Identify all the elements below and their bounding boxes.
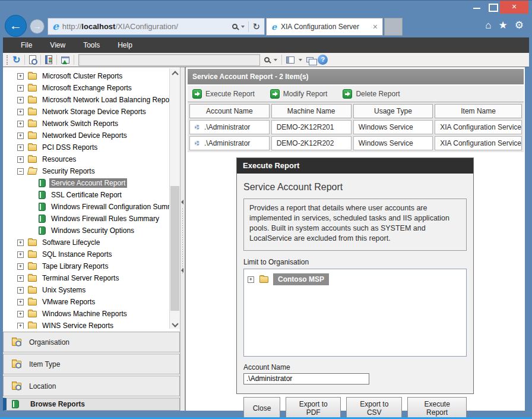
tree-item-network-switch-reports[interactable]: +Network Switch Reports	[3, 118, 169, 130]
table-row[interactable]: .\AdministratorDEMO-2K12R202Windows Serv…	[189, 136, 522, 150]
column-header-account-name[interactable]: Account Name	[189, 104, 270, 118]
org-tree-item-contoso-msp[interactable]: + Contoso MSP	[248, 273, 463, 285]
layout-panel-icon[interactable]	[286, 56, 294, 64]
notebook-icon[interactable]	[45, 55, 52, 64]
settings-gear-icon[interactable]: ⚙	[515, 20, 524, 31]
column-header-usage-type[interactable]: Usage Type	[353, 104, 433, 118]
help-icon[interactable]: ?	[318, 55, 328, 65]
toolbar-textbox[interactable]	[78, 54, 260, 66]
expand-icon[interactable]: +	[17, 133, 24, 139]
menu-file[interactable]: File	[12, 38, 41, 52]
refresh-data-icon[interactable]: ↻	[12, 55, 20, 65]
expand-icon[interactable]: +	[17, 299, 24, 305]
tree-scrollbar[interactable]	[169, 68, 180, 329]
search-options-caret-icon[interactable]	[274, 59, 277, 61]
expand-icon[interactable]: +	[17, 251, 24, 258]
search-page-icon[interactable]	[29, 55, 36, 64]
scroll-up-button[interactable]	[170, 68, 180, 79]
column-header-item-name[interactable]: Item Name	[435, 104, 522, 118]
expand-icon[interactable]: +	[17, 97, 24, 103]
tree-item-windows-firewall-rules-summary[interactable]: Windows Firewall Rules Summary	[3, 213, 169, 225]
sidebar: +Microsoft Cluster Reports+Microsoft Exc…	[3, 67, 180, 411]
url-text[interactable]: http://localhost/XIAConfiguration/	[62, 22, 229, 31]
menu-tools[interactable]: Tools	[74, 38, 109, 52]
expand-icon[interactable]: +	[17, 156, 24, 163]
accordion-browse-reports[interactable]: Browse Reports	[3, 398, 180, 411]
accordion-item-type[interactable]: Item Type	[3, 354, 180, 374]
tree-item-ssl-certificate-report[interactable]: SSL Certificate Report	[3, 189, 169, 201]
minimize-button[interactable]	[469, 1, 484, 14]
expand-icon[interactable]: +	[17, 73, 24, 80]
accordion-organisation[interactable]: Organisation	[3, 332, 180, 352]
scrollbar-thumb[interactable]	[170, 186, 179, 311]
expand-icon[interactable]: +	[17, 311, 24, 317]
address-bar[interactable]: e http://localhost/XIAConfiguration/ ↻	[48, 18, 265, 35]
export-window-icon[interactable]	[61, 56, 69, 64]
scroll-down-button[interactable]	[170, 318, 180, 329]
tree-item-windows-security-options[interactable]: Windows Security Options	[3, 225, 169, 237]
forward-button[interactable]: →	[30, 19, 45, 34]
tree-item-networked-device-reports[interactable]: +Networked Device Reports	[3, 130, 169, 141]
home-icon[interactable]: ⌂	[485, 20, 491, 31]
expand-icon[interactable]: +	[17, 109, 24, 115]
tree-item-windows-firewall-configuration-summary[interactable]: Windows Firewall Configuration Summary	[3, 201, 169, 213]
expand-icon[interactable]: +	[17, 144, 24, 151]
tree-item-microsoft-network-load-balancing-reports[interactable]: +Microsoft Network Load Balancing Report…	[3, 94, 169, 106]
expand-icon[interactable]: +	[17, 323, 24, 329]
folders-icon[interactable]	[306, 57, 314, 62]
menu-help[interactable]: Help	[109, 38, 141, 52]
tree-item-microsoft-cluster-reports[interactable]: +Microsoft Cluster Reports	[3, 70, 169, 82]
modify-report-button[interactable]: Modify Report	[270, 89, 328, 99]
search-dropdown-icon[interactable]	[241, 26, 245, 28]
export-to-csv-button[interactable]: Export to CSV	[346, 397, 402, 419]
refresh-icon[interactable]: ↻	[252, 22, 260, 31]
expand-icon[interactable]: +	[17, 240, 24, 246]
expand-icon[interactable]: +	[17, 287, 24, 294]
tree-item-windows-machine-reports[interactable]: +Windows Machine Reports	[3, 308, 169, 320]
expand-icon[interactable]: +	[17, 85, 24, 92]
accordion-location[interactable]: Location	[3, 376, 180, 396]
tree-item-vmware-reports[interactable]: +VMware Reports	[3, 296, 169, 308]
menu-view[interactable]: View	[41, 38, 74, 52]
tree-item-network-storage-device-reports[interactable]: +Network Storage Device Reports	[3, 106, 169, 118]
tab-close-icon[interactable]: ×	[373, 23, 378, 31]
execute-report-button[interactable]: Execute Report	[192, 89, 255, 99]
export-to-pdf-button[interactable]: Export to PDF	[286, 397, 341, 419]
new-tab-button[interactable]	[384, 18, 403, 36]
maximize-button[interactable]	[484, 1, 500, 14]
tree-item-service-account-report[interactable]: Service Account Report	[3, 177, 169, 189]
delete-report-button[interactable]: Delete Report	[343, 89, 400, 99]
collapse-icon[interactable]: −	[17, 168, 24, 175]
tree-item-unix-systems[interactable]: +Unix Systems	[3, 284, 169, 296]
collapse-arrow-icon[interactable]	[181, 268, 183, 273]
account-name-input[interactable]	[243, 373, 369, 385]
folder-icon	[28, 299, 37, 305]
close-button[interactable]: Close	[243, 397, 280, 419]
collapse-arrow-icon[interactable]	[181, 200, 183, 204]
column-header-machine-name[interactable]: Machine Name	[271, 104, 352, 118]
back-button[interactable]: ←	[5, 15, 27, 37]
panel-options-caret-icon[interactable]	[299, 59, 302, 61]
expand-icon[interactable]: +	[17, 121, 24, 127]
execute-report-button[interactable]: Execute Report	[407, 397, 467, 419]
tree-item-wins-service-reports[interactable]: +WINS Service Reports	[3, 320, 169, 329]
expand-icon[interactable]: +	[17, 263, 24, 270]
tree-item-pci-dss-reports[interactable]: +PCI DSS Reports	[3, 141, 169, 153]
expand-icon[interactable]: +	[17, 275, 24, 282]
panel-splitter[interactable]	[180, 67, 185, 411]
tab-xia-configuration-server[interactable]: e XIA Configuration Server ×	[266, 18, 383, 36]
tree-item-software-lifecycle[interactable]: +Software Lifecycle	[3, 237, 169, 248]
table-row[interactable]: .\AdministratorDEMO-2K12R201Windows Serv…	[189, 120, 522, 134]
tree-item-security-reports[interactable]: −Security Reports	[3, 165, 169, 177]
tree-item-microsoft-exchange-reports[interactable]: +Microsoft Exchange Reports	[3, 82, 169, 94]
tree-item-tape-library-reports[interactable]: +Tape Library Reports	[3, 260, 169, 272]
expand-icon[interactable]: +	[248, 276, 254, 283]
close-button[interactable]: ×	[500, 1, 528, 14]
tree-item-resources[interactable]: +Resources	[3, 153, 169, 165]
browser-action-icons: ⌂ ★ ⚙	[485, 20, 524, 31]
tree-item-terminal-server-reports[interactable]: +Terminal Server Reports	[3, 272, 169, 284]
toolbar-search-icon[interactable]	[264, 57, 270, 62]
search-icon[interactable]	[232, 24, 238, 29]
tree-item-sql-instance-reports[interactable]: +SQL Instance Reports	[3, 248, 169, 260]
favorites-star-icon[interactable]: ★	[499, 20, 508, 31]
